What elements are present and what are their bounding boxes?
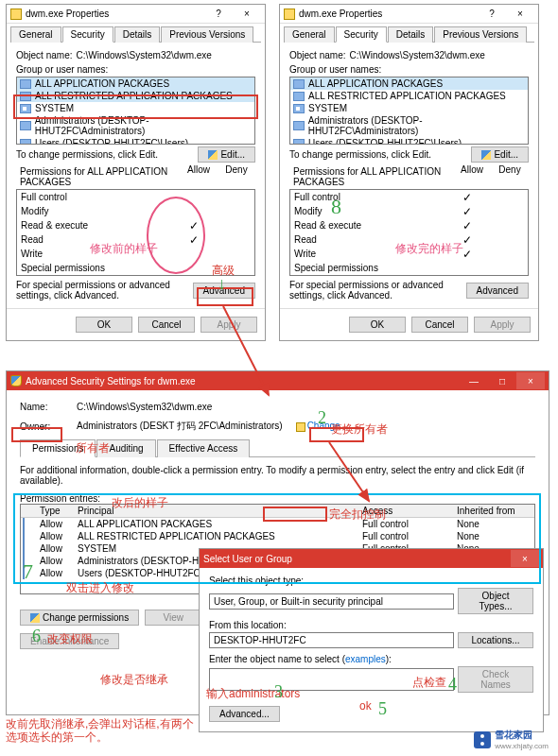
object-type-field[interactable] (209, 593, 454, 610)
examples-link[interactable]: examples (345, 654, 386, 664)
list-item: Users (DESKTOP-HHUT2FC\Users) (17, 137, 254, 145)
list-item: SYSTEM (290, 102, 528, 114)
users-listbox[interactable]: ALL APPLICATION PACKAGES ALL RESTRICTED … (289, 77, 529, 145)
list-item: ALL RESTRICTED APPLICATION PACKAGES (17, 90, 254, 102)
shield-icon (30, 613, 40, 623)
group-icon (23, 518, 25, 530)
tab-effective-access[interactable]: Effective Access (157, 439, 251, 457)
window-title: dwm.exe Properties (26, 9, 109, 19)
tab-security[interactable]: Security (62, 26, 113, 43)
ok-button[interactable]: OK (349, 317, 406, 333)
window-title: Advanced Security Settings for dwm.exe (26, 376, 196, 387)
group-icon (23, 567, 25, 579)
shield-icon (481, 150, 491, 160)
group-icon (23, 542, 25, 555)
list-item: Administrators (DESKTOP-HHUT2FC\Administ… (290, 114, 528, 137)
allow-header: Allow (180, 164, 218, 189)
enable-inheritance-button[interactable]: Enable Inheritance (20, 633, 119, 649)
close-icon[interactable]: × (511, 550, 539, 567)
help-button[interactable]: ? (204, 6, 233, 23)
check-names-button[interactable]: Check Names (458, 666, 533, 693)
change-owner-link[interactable]: Change (296, 421, 340, 431)
advanced-button[interactable]: Advanced (466, 283, 529, 299)
from-location-field[interactable] (209, 632, 454, 648)
tabs: General Security Details Previous Versio… (10, 26, 261, 43)
shield-icon (10, 375, 22, 387)
from-location-label: From this location: (209, 620, 533, 630)
owner-value: Administrators (DESKT 打码 2FC\Administrat… (77, 420, 283, 433)
window-title: Select User or Group (203, 554, 292, 564)
name-value: C:\Windows\System32\dwm.exe (77, 402, 212, 412)
group-label: Group or user names: (16, 64, 255, 75)
titlebar[interactable]: Advanced Security Settings for dwm.exe —… (7, 371, 549, 390)
shield-icon (208, 150, 218, 160)
list-item: ALL RESTRICTED APPLICATION PACKAGES (290, 90, 528, 102)
annotation-text: 改前先取消继承,会弹出对话框,有两个 (6, 716, 194, 732)
edit-button[interactable]: Edit... (198, 146, 255, 163)
permissions-box: Full control Modify Read & execute✓ Read… (16, 189, 255, 276)
app-icon (284, 9, 295, 20)
ok-button[interactable]: OK (76, 317, 132, 333)
object-name-input[interactable] (209, 668, 454, 691)
adv-info: For additional information, double-click… (20, 465, 535, 486)
tab-details[interactable]: Details (388, 26, 434, 43)
change-permissions-button[interactable]: Change permissions (20, 610, 139, 626)
maximize-icon[interactable]: □ (488, 372, 516, 389)
titlebar[interactable]: dwm.exe Properties ? × (280, 5, 538, 24)
close-icon[interactable]: × (506, 6, 534, 23)
group-icon (20, 139, 31, 146)
tab-general[interactable]: General (284, 26, 335, 43)
titlebar[interactable]: dwm.exe Properties ? × (7, 5, 265, 24)
select-user-dialog: Select User or Group × Select this objec… (199, 548, 544, 732)
table-row: AllowALL RESTRICTED APPLICATION PACKAGES… (21, 530, 534, 542)
entries-label: Permission entries: (20, 493, 535, 504)
list-item: ALL APPLICATION PACKAGES (17, 77, 254, 90)
group-icon (20, 92, 31, 101)
tab-auditing[interactable]: Auditing (96, 439, 155, 457)
group-icon (293, 121, 305, 130)
object-name-value: C:\Windows\System32\dwm.exe (76, 50, 211, 60)
special-label: For special permissions or advanced sett… (16, 280, 193, 301)
tab-previous-versions[interactable]: Previous Versions (434, 26, 527, 43)
apply-button[interactable]: Apply (474, 317, 531, 333)
tab-details[interactable]: Details (114, 26, 161, 43)
advanced-button[interactable]: Advanced... (209, 706, 280, 722)
deny-header: Deny (218, 164, 255, 189)
name-label: Name: (20, 402, 77, 412)
view-button[interactable]: View (145, 610, 201, 626)
apply-button[interactable]: Apply (201, 317, 257, 333)
properties-dialog-left: dwm.exe Properties ? × General Security … (6, 4, 266, 341)
tab-previous-versions[interactable]: Previous Versions (161, 26, 253, 43)
tab-security[interactable]: Security (336, 26, 387, 43)
permissions-box: Full control✓ Modify✓ Read & execute✓ Re… (289, 189, 529, 276)
change-perm-label: To change permissions, click Edit. (16, 149, 198, 160)
close-icon[interactable]: × (516, 372, 545, 389)
table-row: AllowALL APPLICATION PACKAGESFull contro… (21, 518, 534, 530)
logo-icon (474, 731, 491, 748)
tab-permissions[interactable]: Permissions (20, 439, 96, 457)
edit-button[interactable]: Edit... (471, 146, 529, 163)
minimize-icon[interactable]: — (460, 372, 488, 389)
titlebar[interactable]: Select User or Group × (200, 549, 543, 568)
object-name-label: Object name: (16, 50, 72, 60)
group-icon (293, 79, 305, 89)
group-icon (293, 139, 305, 146)
cancel-button[interactable]: Cancel (138, 317, 195, 333)
close-icon[interactable]: × (233, 6, 261, 23)
locations-button[interactable]: Locations... (458, 632, 533, 648)
group-icon (293, 104, 305, 113)
advanced-button[interactable]: Advanced (193, 283, 255, 299)
cancel-button[interactable]: Cancel (411, 317, 468, 333)
watermark: 雪花家园www.xhjaty.com (474, 729, 549, 750)
perm-for-label: Permissions for ALL APPLICATION PACKAGES (16, 164, 180, 189)
help-button[interactable]: ? (478, 6, 506, 23)
group-icon (293, 92, 305, 101)
tab-general[interactable]: General (10, 26, 61, 43)
properties-dialog-right: dwm.exe Properties ? × General Security … (279, 4, 539, 341)
adv-tabs: Permissions Auditing Effective Access (20, 438, 535, 457)
object-types-button[interactable]: Object Types... (458, 588, 533, 614)
users-listbox[interactable]: ALL APPLICATION PACKAGES ALL RESTRICTED … (16, 77, 255, 145)
object-type-label: Select this object type: (209, 576, 533, 586)
group-icon (20, 104, 31, 113)
shield-icon (296, 422, 305, 432)
